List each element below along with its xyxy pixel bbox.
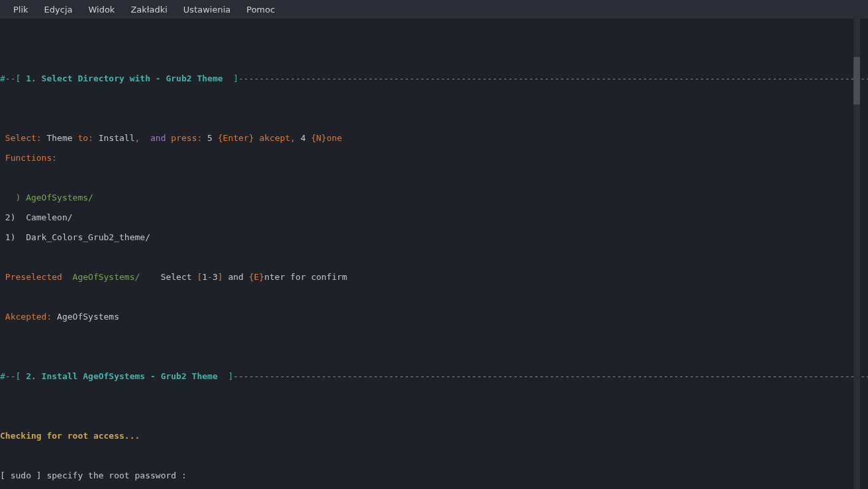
akcepted-value: AgeOfSystems	[52, 312, 119, 322]
preselected-value: AgeOfSystems/	[62, 272, 140, 282]
text-confirm: nter for confirm	[264, 272, 347, 282]
divider: ----------------------------------------…	[238, 73, 868, 83]
num-4: 4	[295, 133, 311, 143]
option-2: 2) Cameleon/	[0, 212, 73, 222]
label-press: press:	[166, 133, 203, 143]
divider-2: ----------------------------------------…	[233, 371, 868, 381]
scrollbar-vertical[interactable]	[853, 19, 860, 489]
text-install: Install	[93, 133, 135, 143]
key-none: {N}one	[311, 133, 342, 143]
section-suffix-2: ]	[218, 371, 233, 381]
range-3: 3	[213, 272, 218, 282]
comma: ,	[135, 133, 150, 143]
sudo-prompt-1: [ sudo ] specify the root password :	[0, 470, 187, 480]
range-1: 1	[202, 272, 207, 282]
label-functions: Functions:	[0, 153, 57, 163]
label-select: Select:	[0, 133, 42, 143]
scrollbar-thumb[interactable]	[853, 57, 860, 105]
bracket-close: ]	[218, 272, 223, 282]
label-to: to:	[77, 133, 93, 143]
section-prefix: #--[	[0, 73, 26, 83]
section-title-1: 1. Select Directory with - Grub2 Theme	[26, 73, 222, 83]
option-1: 1) Dark_Colors_Grub2_theme/	[0, 232, 150, 242]
text-select: Select	[140, 272, 197, 282]
label-akcepted: Akcepted:	[0, 312, 52, 322]
text-theme: Theme	[42, 133, 78, 143]
status-checking-root: Checking for root access...	[0, 431, 140, 441]
menu-settings[interactable]: Ustawienia	[175, 2, 238, 17]
text-akcept: akcept,	[254, 133, 296, 143]
menu-file[interactable]: Plik	[5, 2, 36, 17]
menu-help[interactable]: Pomoc	[238, 2, 283, 17]
terminal-output[interactable]: #--[ 1. Select Directory with - Grub2 Th…	[0, 19, 868, 489]
text-and-2: and	[223, 272, 249, 282]
section-suffix: ]	[223, 73, 238, 83]
section-title-2: 2. Install AgeOfSystems - Grub2 Theme	[26, 371, 218, 381]
section-prefix-2: #--[	[0, 371, 26, 381]
range-dash: -	[207, 272, 213, 282]
text-and: and	[150, 133, 166, 143]
menu-edit[interactable]: Edycja	[36, 2, 81, 17]
menu-bookmarks[interactable]: Zakładki	[122, 2, 175, 17]
menu-bar: Plik Edycja Widok Zakładki Ustawienia Po…	[0, 0, 868, 19]
label-preselected: Preselected	[0, 272, 62, 282]
menu-view[interactable]: Widok	[80, 2, 122, 17]
option-selected: ) AgeOfSystems/	[0, 193, 93, 202]
num-5: 5	[202, 133, 217, 143]
key-enter: {Enter}	[218, 133, 254, 143]
key-e: {E}	[249, 272, 264, 282]
